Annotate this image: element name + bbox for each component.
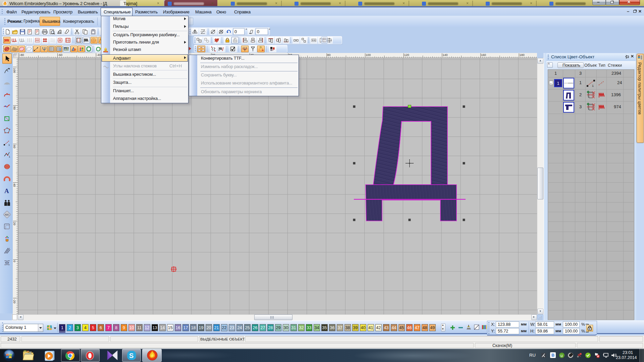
svg-text:1: 1	[592, 84, 594, 87]
svg-text:S: S	[129, 352, 133, 359]
svg-text:u: u	[560, 353, 563, 358]
